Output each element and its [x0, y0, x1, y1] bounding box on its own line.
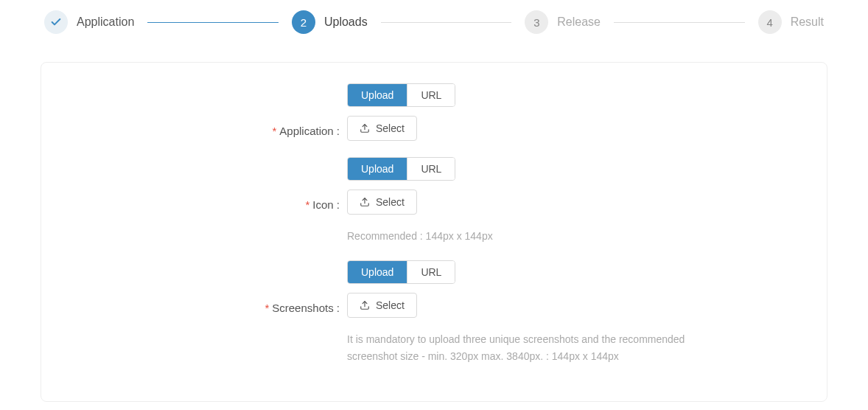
application-select-button[interactable]: Select — [347, 116, 417, 141]
step-application[interactable]: Application — [44, 10, 134, 34]
connector — [614, 22, 745, 23]
icon-controls: Upload URL Select Recommended : 144px x … — [347, 157, 797, 244]
application-upload-tab[interactable]: Upload — [348, 84, 407, 106]
icon-hint: Recommended : 144px x 144px — [347, 228, 686, 244]
stepper: Application 2 Uploads 3 Release 4 Result — [0, 0, 868, 44]
form-panel: *Application : Upload URL Select *Icon :… — [41, 62, 827, 402]
icon-label: *Icon : — [71, 157, 347, 211]
application-toggle: Upload URL — [347, 83, 455, 107]
step-number: 3 — [525, 10, 548, 34]
icon-row: *Icon : Upload URL Select Recommended : … — [71, 157, 797, 244]
screenshots-hint: It is mandatory to upload three unique s… — [347, 331, 686, 364]
upload-icon — [360, 300, 370, 310]
step-number: 2 — [292, 10, 315, 34]
screenshots-row: *Screenshots : Upload URL Select It is m… — [71, 260, 797, 364]
step-label-release: Release — [557, 15, 601, 29]
required-mark: * — [272, 125, 276, 137]
icon-url-tab[interactable]: URL — [407, 158, 455, 180]
step-uploads[interactable]: 2 Uploads — [292, 10, 368, 34]
connector — [147, 22, 279, 23]
screenshots-controls: Upload URL Select It is mandatory to upl… — [347, 260, 797, 364]
screenshots-upload-tab[interactable]: Upload — [348, 261, 407, 283]
step-label-application: Application — [77, 15, 134, 29]
step-label-uploads: Uploads — [324, 15, 368, 29]
application-url-tab[interactable]: URL — [407, 84, 455, 106]
upload-icon — [360, 197, 370, 207]
icon-toggle: Upload URL — [347, 157, 455, 181]
screenshots-url-tab[interactable]: URL — [407, 261, 455, 283]
step-number: 4 — [758, 10, 782, 34]
screenshots-select-button[interactable]: Select — [347, 293, 417, 318]
upload-icon — [360, 123, 370, 133]
step-result[interactable]: 4 Result — [758, 10, 824, 34]
connector — [381, 22, 512, 23]
icon-select-button[interactable]: Select — [347, 190, 417, 215]
application-row: *Application : Upload URL Select — [71, 83, 797, 141]
application-controls: Upload URL Select — [347, 83, 797, 141]
step-label-result: Result — [791, 15, 824, 29]
step-release[interactable]: 3 Release — [525, 10, 601, 34]
icon-upload-tab[interactable]: Upload — [348, 158, 407, 180]
screenshots-label: *Screenshots : — [71, 260, 347, 314]
application-label: *Application : — [71, 83, 347, 137]
check-icon — [44, 10, 68, 34]
required-mark: * — [265, 302, 269, 314]
required-mark: * — [305, 198, 309, 211]
screenshots-toggle: Upload URL — [347, 260, 455, 284]
